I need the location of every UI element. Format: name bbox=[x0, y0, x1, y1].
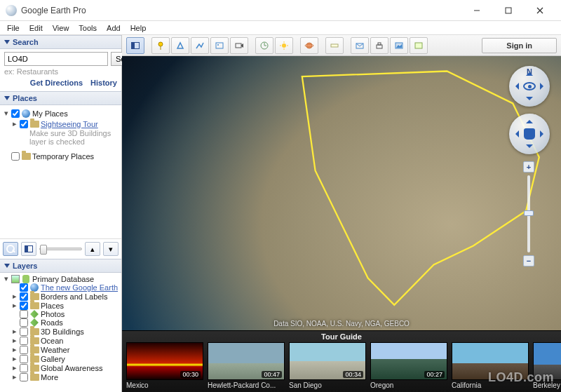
slider-thumb[interactable] bbox=[40, 245, 47, 255]
expand-icon[interactable]: ▸ bbox=[11, 372, 18, 381]
layer-item[interactable]: The new Google Earth bbox=[11, 283, 119, 292]
save-image-button[interactable] bbox=[390, 37, 408, 54]
map-canvas[interactable]: N + − bbox=[122, 56, 561, 392]
menu-file[interactable]: File bbox=[3, 22, 24, 34]
path-button[interactable] bbox=[191, 37, 209, 54]
expand-icon[interactable]: ▸ bbox=[11, 345, 18, 354]
zoom-track[interactable] bbox=[527, 175, 530, 252]
layer-item[interactable]: ▸Gallery bbox=[11, 354, 119, 363]
layer-checkbox[interactable] bbox=[20, 292, 28, 301]
expand-icon[interactable]: ▸ bbox=[11, 301, 18, 310]
zoom-in-button[interactable]: + bbox=[523, 161, 534, 173]
layer-checkbox[interactable] bbox=[20, 364, 28, 372]
historical-button[interactable] bbox=[255, 37, 273, 54]
layer-item[interactable]: ▸3D Buildings bbox=[11, 327, 119, 336]
layer-checkbox[interactable] bbox=[20, 310, 28, 318]
maximize-button[interactable] bbox=[492, 1, 524, 20]
image-overlay-button[interactable] bbox=[210, 37, 229, 54]
my-places-checkbox[interactable] bbox=[11, 109, 20, 118]
move-down-button[interactable]: ▾ bbox=[103, 242, 119, 256]
layer-item[interactable]: ▸Places bbox=[11, 301, 119, 310]
layer-checkbox[interactable] bbox=[20, 373, 28, 381]
svg-rect-24 bbox=[378, 43, 381, 45]
ruler-button[interactable] bbox=[325, 37, 344, 54]
layer-checkbox[interactable] bbox=[20, 355, 28, 363]
expand-icon[interactable]: ▾ bbox=[3, 274, 10, 283]
layer-checkbox[interactable] bbox=[20, 302, 28, 310]
map-area: Sign in N bbox=[122, 35, 561, 392]
opacity-slider[interactable] bbox=[39, 248, 82, 250]
layer-item[interactable]: ▸More bbox=[11, 372, 119, 381]
placemark-button[interactable] bbox=[151, 37, 170, 54]
minimize-button[interactable] bbox=[461, 1, 492, 20]
hide-sidebar-button[interactable] bbox=[126, 37, 144, 54]
layer-checkbox[interactable] bbox=[20, 346, 28, 354]
panel-toggle-button[interactable] bbox=[21, 242, 36, 256]
find-button[interactable] bbox=[3, 242, 18, 256]
tour-item[interactable]: 00:27Oregon bbox=[370, 342, 447, 389]
expand-icon[interactable]: ▸ bbox=[11, 292, 18, 301]
expand-icon[interactable]: ▾ bbox=[3, 109, 10, 118]
app-icon bbox=[6, 5, 17, 16]
zoom-out-button[interactable]: − bbox=[523, 255, 534, 266]
expand-icon[interactable]: ▸ bbox=[11, 327, 18, 336]
email-button[interactable] bbox=[351, 37, 369, 54]
move-up-button[interactable]: ▴ bbox=[85, 242, 100, 256]
zoom-slider[interactable]: + − bbox=[523, 161, 534, 266]
places-sightseeing[interactable]: ▸ Sightseeing Tour bbox=[11, 119, 119, 129]
get-directions-link[interactable]: Get Directions bbox=[30, 79, 83, 87]
planet-button[interactable] bbox=[300, 37, 318, 54]
layer-item[interactable]: Photos bbox=[11, 310, 119, 318]
sunlight-button[interactable] bbox=[275, 37, 293, 54]
pan-left-icon bbox=[512, 130, 519, 137]
layer-item[interactable]: Roads bbox=[11, 318, 119, 327]
menu-view[interactable]: View bbox=[48, 22, 74, 34]
expand-icon[interactable]: ▸ bbox=[11, 354, 18, 363]
nav-pan[interactable] bbox=[509, 114, 550, 154]
chevron-down-icon bbox=[4, 264, 10, 268]
layer-checkbox[interactable] bbox=[20, 337, 28, 345]
expand-icon[interactable]: ▸ bbox=[11, 119, 18, 128]
layer-item[interactable]: ▸Ocean bbox=[11, 336, 119, 345]
places-panel-header[interactable]: Places bbox=[0, 91, 121, 105]
tour-item[interactable]: 00:47Hewlett-Packard Co... bbox=[208, 342, 285, 389]
menu-edit[interactable]: Edit bbox=[25, 22, 47, 34]
chevron-down-icon bbox=[4, 40, 10, 44]
layers-panel-header[interactable]: Layers bbox=[0, 259, 121, 273]
pan-right-icon bbox=[540, 130, 547, 137]
places-temporary[interactable]: Temporary Places bbox=[3, 151, 119, 161]
layer-label: Weather bbox=[41, 346, 69, 354]
layer-item[interactable]: ▸Borders and Labels bbox=[11, 292, 119, 301]
menu-tools[interactable]: Tools bbox=[74, 22, 101, 34]
zoom-thumb[interactable] bbox=[524, 210, 534, 216]
close-button[interactable] bbox=[524, 1, 555, 20]
sightseeing-checkbox[interactable] bbox=[20, 120, 28, 128]
tristate-checkbox[interactable] bbox=[11, 275, 20, 283]
nav-compass[interactable]: N bbox=[509, 66, 550, 107]
view-maps-button[interactable] bbox=[410, 37, 428, 54]
layer-checkbox[interactable] bbox=[20, 318, 28, 327]
expand-icon[interactable]: ▸ bbox=[11, 363, 18, 372]
tour-duration: 00:27 bbox=[424, 371, 445, 378]
layer-checkbox[interactable] bbox=[20, 283, 28, 292]
menu-help[interactable]: Help bbox=[126, 22, 151, 34]
layers-primary-db[interactable]: ▾ Primary Database bbox=[3, 274, 119, 283]
temporary-checkbox[interactable] bbox=[11, 152, 20, 161]
history-link[interactable]: History bbox=[90, 79, 117, 87]
polygon-button[interactable] bbox=[171, 37, 189, 54]
record-tour-button[interactable] bbox=[230, 37, 248, 54]
tour-item[interactable]: 00:34San Diego bbox=[289, 342, 366, 389]
search-panel-header[interactable]: Search bbox=[0, 35, 121, 49]
svg-marker-6 bbox=[177, 43, 183, 48]
menu-add[interactable]: Add bbox=[102, 22, 125, 34]
print-button[interactable] bbox=[370, 37, 388, 54]
svg-point-14 bbox=[282, 43, 286, 48]
tour-item[interactable]: 00:30Mexico bbox=[126, 342, 203, 389]
search-input[interactable] bbox=[4, 52, 108, 66]
layer-checkbox[interactable] bbox=[20, 327, 28, 336]
expand-icon[interactable]: ▸ bbox=[11, 336, 18, 345]
layer-item[interactable]: ▸Global Awareness bbox=[11, 363, 119, 372]
layer-item[interactable]: ▸Weather bbox=[11, 345, 119, 354]
sign-in-button[interactable]: Sign in bbox=[482, 38, 557, 53]
places-my-places[interactable]: ▾ My Places bbox=[3, 108, 119, 119]
